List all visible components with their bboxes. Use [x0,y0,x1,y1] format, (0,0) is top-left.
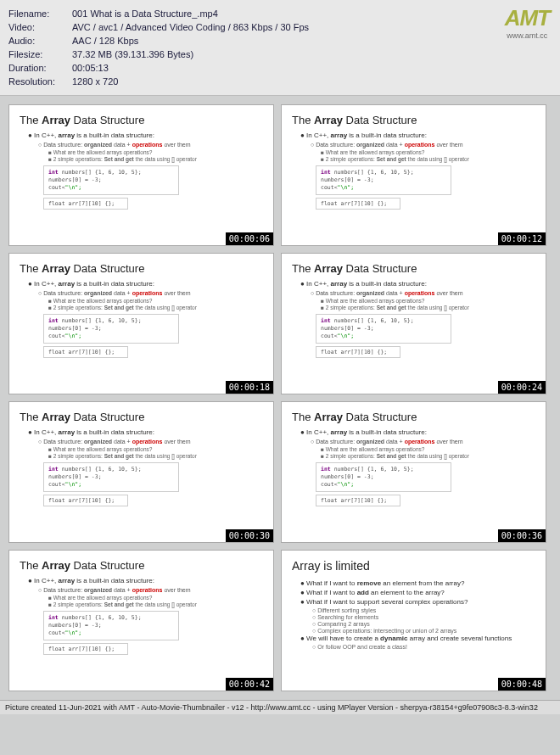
header-value: 001 What is a Data Structure_.mp4 [72,7,552,20]
lim-b3: ● What if I want to support several comp… [300,598,535,606]
header-value: 00:05:13 [72,61,552,75]
code-box-2: float arr[7][10] {}; [316,495,400,506]
logo-text: AMT [505,5,550,31]
slide-title: The Array Data Structure [20,114,263,126]
header-value: 1280 x 720 [72,75,552,88]
lim-b1: ● What if I want to remove an element fr… [300,579,535,587]
bullet-3b: ■ 2 simple operations: Set and get the d… [321,305,535,310]
bullet-3b: ■ 2 simple operations: Set and get the d… [321,453,535,459]
bullet-2: ○ Data structure: organized data + opera… [311,290,535,296]
header-value: AVC / avc1 / Advanced Video Coding / 863… [72,20,552,34]
thumbnail-grid: The Array Data Structure ● In C++, array… [0,96,560,700]
code-box-2: float arr[7][10] {}; [43,643,128,655]
logo: AMT www.amt.cc [505,5,550,40]
slide-title: The Array Data Structure [292,114,535,126]
timestamp: 00:00:06 [226,232,273,245]
header-label: Filename: [8,7,72,20]
timestamp: 00:00:48 [498,678,546,691]
bullet-3b: ■ 2 simple operations: Set and get the d… [48,453,263,459]
lim-s2: ○ Searching for elements [312,614,535,620]
header-label: Audio: [8,34,72,48]
header-value: AAC / 128 Kbps [72,34,552,48]
code-box-2: float arr[7][10] {}; [43,198,128,210]
code-box-1: int numbers[] {1, 6, 10, 5};numbers[0] =… [43,611,179,640]
code-box-1: int numbers[] {1, 6, 10, 5};numbers[0] =… [316,314,451,344]
bullet-2: ○ Data structure: organized data + opera… [311,142,535,148]
bullet-1: ● In C++, array is a built-in data struc… [300,428,535,436]
lim-s4: ○ Complex operations: intersecting or un… [312,628,535,634]
slide-title: The Array Data Structure [20,559,263,572]
lim-s3: ○ Comparing 2 arrays [312,621,535,627]
bullet-2: ○ Data structure: organized data + opera… [38,587,263,593]
thumbnail: Array is limited ● What if I want to rem… [281,550,546,691]
slide-title: The Array Data Structure [292,262,535,275]
bullet-1: ● In C++, array is a built-in data struc… [28,577,263,584]
code-box-2: float arr[7][10] {}; [43,495,128,506]
timestamp: 00:00:36 [498,529,546,542]
footer-text: Picture created 11-Jun-2021 with AMT - A… [0,700,560,714]
lim-s5: ○ Or follow OOP and create a class! [312,644,535,650]
bullet-1: ● In C++, array is a built-in data struc… [300,131,535,139]
timestamp: 00:00:18 [226,381,273,394]
bullet-3a: ■ What are the allowed arrays operations… [48,298,263,304]
header-label: Resolution: [8,75,72,88]
thumbnail: The Array Data Structure ● In C++, array… [281,104,546,246]
bullet-1: ● In C++, array is a built-in data struc… [300,280,535,288]
thumbnail: The Array Data Structure ● In C++, array… [8,401,274,543]
header-value: 37.32 MB (39.131.396 Bytes) [72,48,552,61]
code-box-2: float arr[7][10] {}; [43,346,128,358]
timestamp: 00:00:42 [226,678,273,691]
bullet-1: ● In C++, array is a built-in data struc… [28,428,263,436]
code-box-1: int numbers[] {1, 6, 10, 5};numbers[0] =… [43,165,179,195]
code-box-2: float arr[7][10] {}; [316,346,400,358]
lim-s1: ○ Different sorting styles [312,607,535,613]
timestamp: 00:00:30 [226,529,273,542]
bullet-1: ● In C++, array is a built-in data struc… [28,131,263,139]
header-label: Duration: [8,61,72,75]
bullet-3a: ■ What are the allowed arrays operations… [48,595,263,601]
slide-title: The Array Data Structure [20,262,263,275]
bullet-3b: ■ 2 simple operations: Set and get the d… [321,156,535,162]
lim-b2: ● What if I want to add an element to th… [300,589,535,596]
code-box-1: int numbers[] {1, 6, 10, 5};numbers[0] =… [43,462,179,492]
slide-title: The Array Data Structure [20,411,263,423]
slide-title: The Array Data Structure [292,411,535,423]
timestamp: 00:00:24 [498,381,546,394]
bullet-3a: ■ What are the allowed arrays operations… [321,446,535,452]
bullet-2: ○ Data structure: organized data + opera… [311,439,535,445]
bullet-2: ○ Data structure: organized data + opera… [38,290,263,296]
bullet-2: ○ Data structure: organized data + opera… [38,142,263,148]
bullet-3a: ■ What are the allowed arrays operations… [48,446,263,452]
bullet-3b: ■ 2 simple operations: Set and get the d… [48,305,263,310]
thumbnail: The Array Data Structure ● In C++, array… [8,253,274,394]
header-label: Video: [8,20,72,34]
header-label: Filesize: [8,48,72,61]
code-box-1: int numbers[] {1, 6, 10, 5};numbers[0] =… [43,314,179,344]
bullet-1: ● In C++, array is a built-in data struc… [28,280,263,288]
thumbnail: The Array Data Structure ● In C++, array… [8,550,274,691]
bullet-3a: ■ What are the allowed arrays operations… [321,149,535,155]
code-box-1: int numbers[] {1, 6, 10, 5};numbers[0] =… [316,165,451,195]
code-box-2: float arr[7][10] {}; [316,198,400,210]
logo-url: www.amt.cc [505,31,550,40]
slide-title: Array is limited [292,559,535,573]
timestamp: 00:00:12 [498,232,546,245]
metadata-header: Filename:001 What is a Data Structure_.m… [0,0,560,96]
bullet-3a: ■ What are the allowed arrays operations… [48,149,263,155]
code-box-1: int numbers[] {1, 6, 10, 5};numbers[0] =… [316,462,451,492]
bullet-3a: ■ What are the allowed arrays operations… [321,298,535,304]
thumbnail: The Array Data Structure ● In C++, array… [281,401,546,543]
lim-b4: ● We will have to create a dynamic array… [300,635,535,642]
thumbnail: The Array Data Structure ● In C++, array… [8,104,274,246]
thumbnail: The Array Data Structure ● In C++, array… [281,253,546,394]
bullet-2: ○ Data structure: organized data + opera… [38,439,263,445]
bullet-3b: ■ 2 simple operations: Set and get the d… [48,156,263,162]
bullet-3b: ■ 2 simple operations: Set and get the d… [48,601,263,607]
